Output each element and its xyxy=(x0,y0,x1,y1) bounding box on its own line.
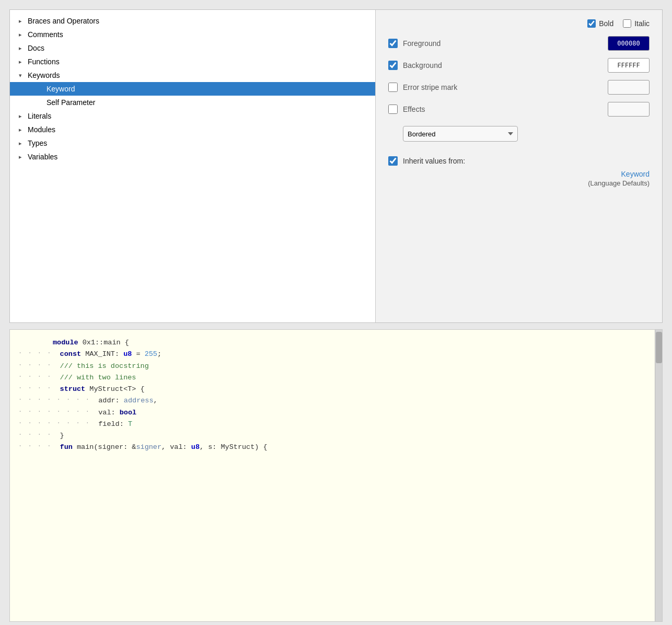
braces-chevron-icon: ▸ xyxy=(16,17,25,25)
line-dots: · · · · xyxy=(18,442,57,453)
code-token: , xyxy=(154,395,158,407)
code-line: · · · · · · · · field: T xyxy=(10,419,655,430)
code-line: · · · · } xyxy=(10,430,655,442)
code-token: u8 xyxy=(123,349,132,360)
tree-item-docs[interactable]: ▸Docs xyxy=(10,41,375,55)
tree-item-variables[interactable]: ▸Variables xyxy=(10,150,375,164)
tree-item-functions[interactable]: ▸Functions xyxy=(10,55,375,68)
code-line: · · · · /// with two lines xyxy=(10,372,655,384)
comments-chevron-icon: ▸ xyxy=(16,30,25,39)
code-token: val: xyxy=(98,407,120,419)
error-stripe-row: Error stripe mark xyxy=(388,80,650,95)
tree-label-comments: Comments xyxy=(28,30,63,39)
code-token: = xyxy=(132,349,144,360)
inherit-label: Inherit values from: xyxy=(403,157,465,165)
code-token: field: xyxy=(98,419,128,430)
italic-label[interactable]: Italic xyxy=(623,19,650,28)
code-token: const xyxy=(60,349,82,360)
tree-label-self-param: Self Parameter xyxy=(47,98,95,107)
code-token: } xyxy=(60,430,64,442)
code-line: · · · · · · · · val: bool xyxy=(10,407,655,419)
tree-label-docs: Docs xyxy=(28,44,44,52)
code-token: , s: MyStruct) { xyxy=(200,442,268,453)
tree-item-braces[interactable]: ▸Braces and Operators xyxy=(10,14,375,28)
keywords-chevron-icon: ▾ xyxy=(16,71,25,79)
background-checkbox[interactable] xyxy=(388,61,398,70)
foreground-row: Foreground 000080 xyxy=(388,36,650,51)
functions-chevron-icon: ▸ xyxy=(16,57,25,66)
error-stripe-checkbox[interactable] xyxy=(388,83,398,92)
scrollbar-thumb[interactable] xyxy=(656,332,662,363)
foreground-label: Foreground xyxy=(403,39,608,48)
types-chevron-icon: ▸ xyxy=(16,139,25,147)
code-token: struct xyxy=(60,384,86,395)
inherit-row: Inherit values from: xyxy=(388,156,650,166)
code-token: T xyxy=(128,419,132,430)
italic-text: Italic xyxy=(634,19,650,28)
line-dots: · · · · xyxy=(18,384,57,395)
code-token: addr: xyxy=(98,395,124,407)
tree-item-keywords[interactable]: ▾Keywords xyxy=(10,68,375,82)
effects-label: Effects xyxy=(403,105,608,113)
code-token: 0x1::main { xyxy=(78,337,129,349)
code-token: module xyxy=(53,337,78,349)
inherit-keyword-link[interactable]: Keyword xyxy=(388,170,650,178)
tree-label-braces: Braces and Operators xyxy=(28,17,99,25)
tree-label-keywords: Keywords xyxy=(28,71,60,79)
line-dots: · · · · · · · · xyxy=(18,419,95,430)
code-token: /// this is docstring xyxy=(60,361,149,372)
code-token: 255 xyxy=(145,349,157,360)
code-token: address xyxy=(124,395,154,407)
effect-type-select[interactable]: Bordered Underline Bold underline Strike… xyxy=(403,126,518,142)
top-panel: ▸Braces and Operators▸Comments▸Docs▸Func… xyxy=(9,9,663,323)
foreground-swatch[interactable]: 000080 xyxy=(608,36,650,51)
tree-label-functions: Functions xyxy=(28,57,60,66)
dropdown-row: Bordered Underline Bold underline Strike… xyxy=(388,126,650,142)
code-line: · · · · const MAX_INT: u8 = 255; xyxy=(10,349,655,360)
keyword-chevron-icon xyxy=(35,85,43,93)
tree-item-self-param[interactable]: Self Parameter xyxy=(10,96,375,109)
code-token: ; xyxy=(157,349,161,360)
inherit-checkbox[interactable] xyxy=(388,156,398,166)
effects-row: Effects xyxy=(388,102,650,117)
code-token: bool xyxy=(120,407,136,419)
line-dots: · · · · · · · · xyxy=(18,395,95,407)
code-token: fun xyxy=(60,442,73,453)
code-token: main(signer: & xyxy=(73,442,136,453)
line-dots: · · · · · · · · xyxy=(18,407,95,419)
tree-label-literals: Literals xyxy=(28,112,51,120)
bold-label[interactable]: Bold xyxy=(587,19,613,28)
left-panel: ▸Braces and Operators▸Comments▸Docs▸Func… xyxy=(10,10,376,322)
code-token: u8 xyxy=(191,442,200,453)
tree-label-types: Types xyxy=(28,139,47,147)
self-param-chevron-icon xyxy=(35,98,43,107)
background-row: Background FFFFFF xyxy=(388,58,650,73)
tree-item-keyword[interactable]: Keyword xyxy=(10,82,375,96)
tree-label-modules: Modules xyxy=(28,125,55,134)
style-row: Bold Italic xyxy=(388,19,650,28)
bold-text: Bold xyxy=(599,19,613,28)
foreground-checkbox[interactable] xyxy=(388,39,398,48)
code-token: , val: xyxy=(161,442,191,453)
tree-item-comments[interactable]: ▸Comments xyxy=(10,28,375,41)
effects-swatch[interactable] xyxy=(608,102,650,117)
italic-checkbox[interactable] xyxy=(623,19,631,28)
code-line: · · · · /// this is docstring xyxy=(10,361,655,372)
inherit-sub-label: (Language Defaults) xyxy=(388,179,650,187)
literals-chevron-icon: ▸ xyxy=(16,112,25,120)
code-token: /// with two lines xyxy=(60,372,136,384)
code-panel: module 0x1::main {· · · · const MAX_INT:… xyxy=(9,329,663,622)
scrollbar[interactable] xyxy=(655,330,662,621)
tree-item-types[interactable]: ▸Types xyxy=(10,136,375,150)
bold-checkbox[interactable] xyxy=(587,19,596,28)
tree-label-variables: Variables xyxy=(28,153,57,161)
tree-item-modules[interactable]: ▸Modules xyxy=(10,123,375,136)
tree-item-literals[interactable]: ▸Literals xyxy=(10,109,375,123)
code-line: module 0x1::main { xyxy=(10,337,655,349)
line-dots: · · · · xyxy=(18,361,57,372)
effects-checkbox[interactable] xyxy=(388,105,398,114)
error-stripe-swatch[interactable] xyxy=(608,80,650,95)
main-container: ▸Braces and Operators▸Comments▸Docs▸Func… xyxy=(0,0,672,625)
line-dots: · · · · xyxy=(18,349,57,360)
background-swatch[interactable]: FFFFFF xyxy=(608,58,650,73)
